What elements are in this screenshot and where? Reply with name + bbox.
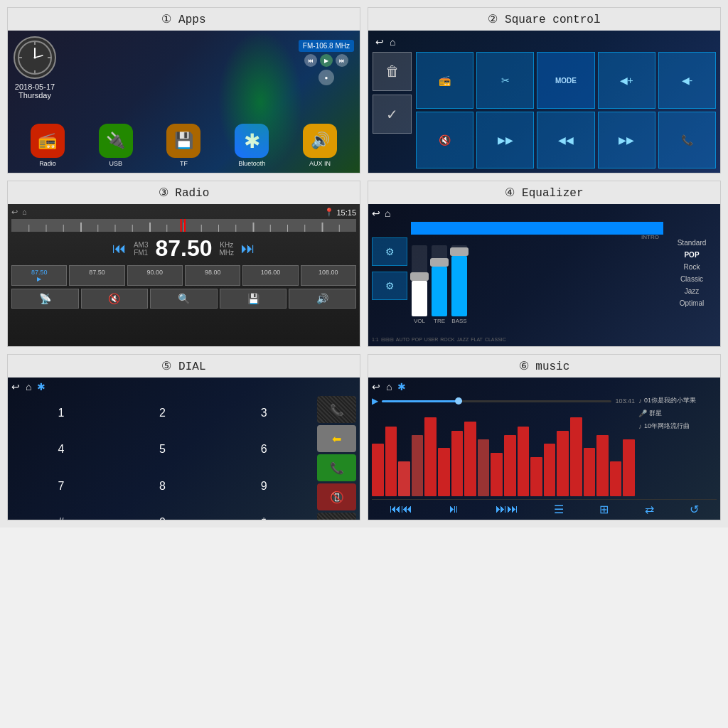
fm-next-btn[interactable]: ⏭ xyxy=(336,54,348,67)
eq-bottom-flat[interactable]: FLAT xyxy=(471,337,483,343)
radio-save-btn[interactable]: 💾 xyxy=(220,289,287,309)
playlist-item-1[interactable]: ♪ 01你是我的小苹果 xyxy=(638,396,717,405)
dial-dark-btn[interactable]: 📞 xyxy=(317,513,356,520)
eq-bass-track[interactable] xyxy=(451,245,467,316)
fm-prev-btn[interactable]: ⏮ xyxy=(304,54,317,67)
radio-preset-6[interactable]: 108.00 xyxy=(301,265,356,286)
eq-bottom-jazz[interactable]: JAZZ xyxy=(457,337,469,343)
dial-key-3[interactable]: 3 xyxy=(214,396,314,430)
eq-back-icon[interactable]: ↩ xyxy=(372,208,380,219)
dial-key-9[interactable]: 9 xyxy=(214,469,314,503)
fm-play-btn[interactable]: ▶ xyxy=(320,54,333,67)
radio-preset-5[interactable]: 106.00 xyxy=(242,265,298,286)
sq-play-btn[interactable]: ▶▶ xyxy=(476,112,534,168)
app-icon-radio[interactable]: 📻 Radio xyxy=(31,124,65,167)
eq-preset-classic[interactable]: Classic xyxy=(667,274,717,284)
music-back-icon[interactable]: ↩ xyxy=(372,381,380,392)
eq-bottom-user[interactable]: USER xyxy=(424,337,438,343)
sq-vol-up-btn[interactable]: ◀+ xyxy=(598,52,655,109)
sq-radio-btn[interactable]: 📻 xyxy=(416,52,473,109)
sq-vol-down-btn[interactable]: ◀- xyxy=(658,52,716,109)
eq-preset-jazz[interactable]: Jazz xyxy=(667,286,717,296)
sq-check-btn[interactable]: ✓ xyxy=(373,95,412,134)
sq-phone-btn[interactable]: 📞 xyxy=(658,112,716,168)
eq-settings2-btn[interactable]: ⚙ xyxy=(372,272,407,300)
sq-home-icon[interactable]: ⌂ xyxy=(390,36,395,48)
radio-vol-btn[interactable]: 🔊 xyxy=(289,289,356,309)
music-mini-play[interactable]: ▶ xyxy=(372,396,378,406)
radio-preset-4[interactable]: 98.00 xyxy=(185,265,240,286)
dial-key-2[interactable]: 2 xyxy=(113,396,213,430)
eq-tre-group: TRE xyxy=(432,245,447,324)
music-prev-btn[interactable]: ⏮⏮ xyxy=(390,503,412,516)
app-icon-usb[interactable]: 🔌 USB xyxy=(99,124,133,167)
spec-bar-11 xyxy=(504,435,516,496)
dial-end-btn[interactable]: 📵 xyxy=(317,483,356,510)
dial-key-4[interactable]: 4 xyxy=(11,432,111,466)
radio-search-btn[interactable]: 🔍 xyxy=(150,289,218,309)
app-icon-bluetooth[interactable]: ✱ Bluetooth xyxy=(235,124,269,167)
dial-home-icon[interactable]: ⌂ xyxy=(26,381,31,392)
music-main: ▶ 103:41 xyxy=(372,396,717,496)
sq-topbar: ↩ ⌂ xyxy=(373,35,716,49)
eq-preset-rock[interactable]: Rock xyxy=(667,262,717,272)
sq-back-icon[interactable]: ↩ xyxy=(375,36,384,48)
eq-bottom-pop[interactable]: POP xyxy=(412,337,422,343)
radio-mute-btn[interactable]: 🔇 xyxy=(81,289,149,309)
radio-preset-1[interactable]: 87.50 ▶ xyxy=(11,265,67,286)
dial-key-8[interactable]: 8 xyxy=(113,469,213,503)
fm-speaker-btn[interactable]: ● xyxy=(318,70,334,85)
sq-next-btn[interactable]: ▶▶ xyxy=(598,112,655,168)
radio-prev-btn[interactable]: ⏮ xyxy=(112,240,127,257)
eq-bottom-rock[interactable]: ROCK xyxy=(440,337,454,343)
music-play-pause-btn[interactable]: ⏯ xyxy=(448,503,459,516)
app-icon-aux[interactable]: 🔊 AUX IN xyxy=(303,124,337,167)
dial-call-btn[interactable]: 📞 xyxy=(317,454,356,481)
radio-preset-3[interactable]: 90.00 xyxy=(127,265,183,286)
radio-back-icon[interactable]: ↩ xyxy=(11,208,18,217)
eq-vol-track[interactable] xyxy=(412,245,427,316)
sq-mute-btn[interactable]: 🔇 xyxy=(416,112,473,168)
music-repeat-btn[interactable]: ↺ xyxy=(690,503,699,516)
radio-time: 📍 15:15 xyxy=(324,208,356,217)
eq-settings-btn[interactable]: ⚙ xyxy=(372,237,407,266)
dial-key-1[interactable]: 1 xyxy=(11,396,111,430)
sq-phone-mute-btn[interactable]: ✂ xyxy=(476,52,534,109)
radio-home-icon[interactable]: ⌂ xyxy=(22,208,27,217)
music-shuffle-btn[interactable]: ⇄ xyxy=(645,503,654,516)
eq-tre-track[interactable] xyxy=(432,245,447,316)
dial-contact-btn[interactable]: 📞 xyxy=(317,396,356,423)
bluetooth-label: Bluetooth xyxy=(238,160,265,167)
sq-trash-btn[interactable]: 🗑 xyxy=(373,52,412,91)
eq-preset-pop[interactable]: POP xyxy=(667,250,717,260)
eq-preset-standard[interactable]: Standard xyxy=(667,237,717,248)
dial-key-5[interactable]: 5 xyxy=(113,432,213,466)
app-icon-tf[interactable]: 💾 TF xyxy=(166,124,200,167)
sq-left-panel: 🗑 ✓ xyxy=(373,52,412,168)
dial-key-hash[interactable]: # xyxy=(11,505,111,520)
svg-rect-21 xyxy=(235,225,236,232)
music-home-icon[interactable]: ⌂ xyxy=(386,381,392,392)
dial-key-7[interactable]: 7 xyxy=(11,469,111,503)
sq-mode-btn[interactable]: MODE xyxy=(537,52,594,109)
playlist-item-2[interactable]: 🎤 群星 xyxy=(638,409,717,418)
eq-bottom-classic[interactable]: CLASSIC xyxy=(485,337,506,343)
dial-key-0[interactable]: 0 xyxy=(113,505,213,520)
dial-back-icon[interactable]: ↩ xyxy=(11,381,20,392)
radio-next-btn[interactable]: ⏭ xyxy=(241,240,255,257)
music-next-btn[interactable]: ⏭⏭ xyxy=(496,503,518,516)
svg-rect-24 xyxy=(287,225,288,232)
eq-bottom-auto[interactable]: AUTO xyxy=(396,337,410,343)
sq-prev-btn[interactable]: ◀◀ xyxy=(537,112,594,168)
eq-home-icon[interactable]: ⌂ xyxy=(385,208,390,219)
music-grid-btn[interactable]: ⊞ xyxy=(599,503,609,516)
music-progress-bar[interactable] xyxy=(382,400,611,402)
playlist-item-3[interactable]: ♪ 10年网络流行曲 xyxy=(638,422,717,431)
dial-key-6[interactable]: 6 xyxy=(214,432,314,466)
radio-preset-2[interactable]: 87.50 xyxy=(69,265,124,286)
eq-preset-optimal[interactable]: Optimal xyxy=(667,298,717,309)
dial-key-star[interactable]: * xyxy=(214,505,314,520)
radio-scan-btn[interactable]: 📡 xyxy=(11,289,79,309)
dial-backspace-btn[interactable]: ⬅ xyxy=(317,425,356,452)
music-list-btn[interactable]: ☰ xyxy=(554,503,564,516)
